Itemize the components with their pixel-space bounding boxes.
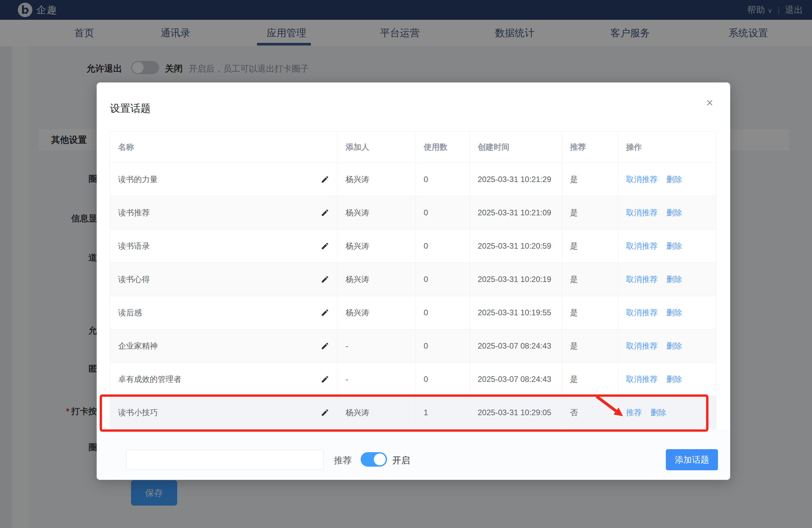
cell-actions: 取消推荐删除 [618,329,716,363]
cell-use-count: 0 [416,329,470,363]
add-topic-button[interactable]: 添加话题 [666,449,718,470]
screen: b 企趣 帮助 ∨ | 退出 首页通讯录应用管理平台运营数据统计客户服务系统设置… [0,0,812,528]
cell-use-count: 0 [416,296,470,329]
toggle-recommend-link[interactable]: 取消推荐 [626,241,657,251]
delete-link[interactable]: 删除 [666,341,682,351]
table-row: 读后感杨兴涛02025-03-31 10:19:55是取消推荐删除 [110,296,716,329]
toggle-recommend-link[interactable]: 取消推荐 [626,274,657,284]
delete-link[interactable]: 删除 [666,274,682,284]
recommend-toggle[interactable] [361,452,387,467]
cell-topic-name: 读书小技巧 [110,396,337,429]
cell-recommended: 是 [562,263,618,296]
toggle-recommend-link[interactable]: 推荐 [626,407,642,418]
edit-icon[interactable] [321,408,329,417]
edit-icon[interactable] [321,342,329,350]
cell-adder: - [337,363,416,396]
cell-actions: 取消推荐删除 [618,196,716,229]
topic-name: 读书小技巧 [118,407,158,418]
cell-recommended: 是 [562,196,618,229]
cell-created-time: 2025-03-31 10:20:19 [470,263,562,296]
cell-actions: 取消推荐删除 [618,230,716,263]
table-header-row: 名称添加人使用数创建时间推荐操作 [110,132,716,163]
cell-topic-name: 读书心得 [110,263,337,296]
modal-title: 设置话题 [110,102,151,115]
toggle-recommend-link[interactable]: 取消推荐 [626,207,657,218]
cell-use-count: 0 [416,163,470,196]
recommend-toggle-label: 推荐 [334,454,352,466]
delete-link[interactable]: 删除 [666,207,682,218]
delete-link[interactable]: 删除 [666,307,682,318]
cell-created-time: 2025-03-31 10:29:05 [470,396,562,429]
topic-name: 读书心得 [118,274,150,284]
cell-recommended: 是 [562,296,618,329]
cell-adder: 杨兴涛 [337,263,416,296]
cell-created-time: 2025-03-31 10:19:55 [470,296,562,329]
topic-name: 读书的力量 [118,174,158,185]
edit-icon[interactable] [321,208,329,217]
cell-actions: 取消推荐删除 [618,363,716,396]
edit-icon[interactable] [321,175,329,184]
delete-link[interactable]: 删除 [666,174,682,185]
cell-recommended: 是 [562,163,618,196]
recommend-toggle-state: 开启 [392,454,410,466]
new-topic-input[interactable] [126,450,324,470]
cell-adder: 杨兴涛 [337,396,416,429]
column-header: 使用数 [416,132,470,163]
topic-name: 卓有成效的管理者 [118,374,182,384]
cell-actions: 取消推荐删除 [618,163,716,196]
cell-created-time: 2025-03-31 10:20:59 [470,230,562,263]
cell-created-time: 2025-03-07 08:24:43 [470,329,562,363]
cell-created-time: 2025-03-31 10:21:29 [470,163,562,196]
edit-icon[interactable] [321,308,329,317]
cell-use-count: 0 [416,263,470,296]
edit-icon[interactable] [321,375,329,383]
table-row: 读书推荐杨兴涛02025-03-31 10:21:09是取消推荐删除 [110,196,716,230]
delete-link[interactable]: 删除 [650,407,666,418]
table-row: 读书心得杨兴涛02025-03-31 10:20:19是取消推荐删除 [110,263,716,296]
cell-recommended: 是 [562,363,618,396]
topic-name: 读书语录 [118,241,150,251]
table-row: 企业家精神-02025-03-07 08:24:43是取消推荐删除 [110,329,716,363]
column-header: 操作 [618,132,716,163]
toggle-recommend-link[interactable]: 取消推荐 [626,174,657,185]
column-header: 添加人 [337,132,416,163]
cell-actions: 推荐删除 [618,396,716,429]
cell-actions: 取消推荐删除 [618,263,716,296]
delete-link[interactable]: 删除 [666,374,682,384]
toggle-recommend-link[interactable]: 取消推荐 [626,374,657,384]
toggle-recommend-link[interactable]: 取消推荐 [626,341,657,351]
cell-adder: - [337,329,416,363]
cell-topic-name: 读后感 [110,296,337,329]
cell-recommended: 是 [562,329,618,363]
cell-topic-name: 读书推荐 [110,196,337,229]
cell-topic-name: 读书的力量 [110,163,337,196]
toggle-recommend-link[interactable]: 取消推荐 [626,307,657,318]
cell-created-time: 2025-03-31 10:21:09 [470,196,562,229]
cell-adder: 杨兴涛 [337,196,416,229]
topic-table: 名称添加人使用数创建时间推荐操作 读书的力量杨兴涛02025-03-31 10:… [110,131,716,429]
cell-use-count: 1 [416,396,470,429]
table-row: 读书语录杨兴涛02025-03-31 10:20:59是取消推荐删除 [110,230,716,263]
edit-icon[interactable] [321,242,329,250]
topic-name: 读后感 [118,307,142,318]
table-row: 读书的力量杨兴涛02025-03-31 10:21:29是取消推荐删除 [110,163,716,196]
cell-recommended: 否 [562,396,618,429]
close-icon[interactable]: × [702,96,717,110]
topic-name: 读书推荐 [118,207,150,218]
column-header: 创建时间 [470,132,562,163]
cell-actions: 取消推荐删除 [618,296,716,329]
cell-topic-name: 企业家精神 [110,329,337,363]
set-topic-modal: 设置话题 × 名称添加人使用数创建时间推荐操作 读书的力量杨兴涛02025-03… [97,83,730,480]
topic-name: 企业家精神 [118,341,158,351]
cell-adder: 杨兴涛 [337,230,416,263]
cell-use-count: 0 [416,363,470,396]
column-header: 名称 [110,132,337,163]
cell-use-count: 0 [416,196,470,229]
cell-use-count: 0 [416,230,470,263]
table-row: 读书小技巧杨兴涛12025-03-31 10:29:05否推荐删除 [110,396,716,429]
cell-created-time: 2025-03-07 08:24:43 [470,363,562,396]
edit-icon[interactable] [321,275,329,284]
cell-adder: 杨兴涛 [337,163,416,196]
delete-link[interactable]: 删除 [666,241,682,251]
cell-topic-name: 读书语录 [110,230,337,263]
